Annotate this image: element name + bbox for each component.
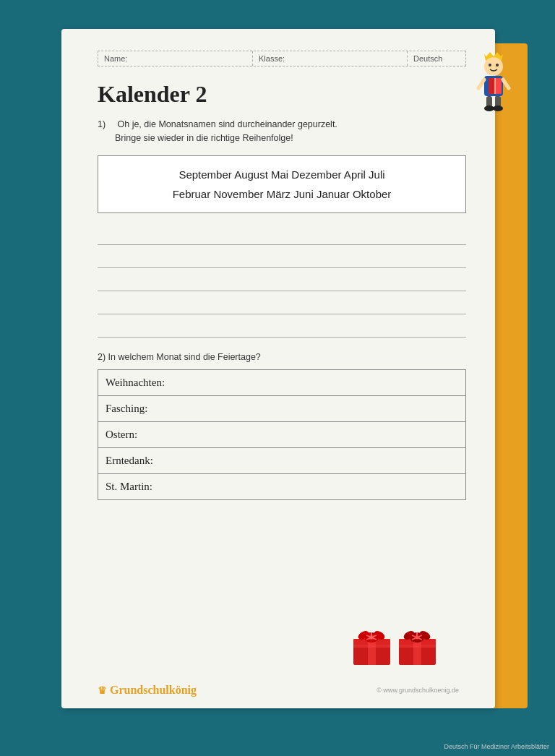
svg-point-34	[484, 106, 494, 111]
answer-line-2[interactable]	[98, 248, 466, 268]
svg-rect-14	[399, 645, 436, 648]
months-scrambled-box: September August Mai Dezember April Juli…	[98, 155, 466, 213]
crown-icon: ♛	[98, 685, 107, 696]
answer-line-5[interactable]	[98, 317, 466, 338]
svg-point-35	[493, 106, 503, 111]
erntedank-label: Erntedank:	[98, 447, 466, 473]
gift-icon-1	[352, 629, 392, 665]
class-field: Klasse:	[253, 51, 408, 66]
svg-point-25	[496, 64, 499, 66]
exercise1-instruction: 1) Oh je, die Monatsnamen sind durcheina…	[98, 118, 466, 145]
fasching-label: Fasching:	[98, 395, 466, 421]
svg-point-24	[489, 64, 491, 66]
exercise2-label: 2) In welchem Monat sind die Feiertage?	[98, 352, 466, 362]
svg-rect-13	[413, 639, 421, 665]
footer: ♛ Grundschulkönig © www.grundschulkoenig…	[98, 684, 459, 697]
answer-line-1[interactable]	[98, 225, 466, 245]
answer-line-4[interactable]	[98, 294, 466, 314]
subject-field: Deutsch	[408, 51, 465, 66]
exercise1-number: 1)	[98, 118, 115, 132]
months-row2: Februar November März Juni Januar Oktobe…	[113, 184, 451, 204]
watermark-text: © www.grundschulkoenig.de	[377, 687, 459, 694]
table-row: Ostern:	[98, 421, 466, 447]
svg-rect-2	[368, 639, 376, 665]
name-label: Name:	[104, 54, 127, 63]
bottom-text: Deutsch Für Mediziner Arbeitsblätter	[444, 743, 549, 750]
name-field: Name:	[98, 51, 253, 66]
svg-point-23	[484, 57, 503, 76]
svg-line-30	[478, 80, 484, 88]
ostern-label: Ostern:	[98, 421, 466, 447]
table-row: Weihnachten:	[98, 369, 466, 395]
class-label: Klasse:	[259, 54, 285, 63]
table-row: St. Martin:	[98, 473, 466, 499]
worksheet-title: Kalender 2	[98, 81, 466, 108]
logo: ♛ Grundschulkönig	[98, 684, 197, 697]
answer-lines-section	[98, 225, 466, 338]
header-row: Name: Klasse: Deutsch	[98, 51, 466, 66]
holiday-table: Weihnachten: Fasching: Ostern: Erntedank…	[98, 369, 466, 500]
table-row: Fasching:	[98, 395, 466, 421]
gift-illustrations	[352, 629, 437, 665]
logo-text: Grundschulkönig	[110, 684, 197, 696]
svg-line-31	[503, 80, 509, 88]
gift-icon-2	[397, 629, 437, 665]
subject-label: Deutsch	[413, 54, 442, 63]
st-martin-label: St. Martin:	[98, 473, 466, 499]
svg-rect-28	[489, 78, 495, 94]
table-row: Erntedank:	[98, 447, 466, 473]
weihnachten-label: Weihnachten:	[98, 369, 466, 395]
svg-rect-3	[353, 645, 390, 648]
months-row1: September August Mai Dezember April Juli	[113, 165, 451, 184]
worksheet-paper: Name: Klasse: Deutsch Kalender 2 1) Oh j…	[61, 29, 495, 708]
answer-line-3[interactable]	[98, 271, 466, 291]
exercise1-text: Oh je, die Monatsnamen sind durcheinande…	[98, 119, 337, 143]
character-illustration	[468, 51, 519, 116]
student-icon	[468, 51, 519, 116]
